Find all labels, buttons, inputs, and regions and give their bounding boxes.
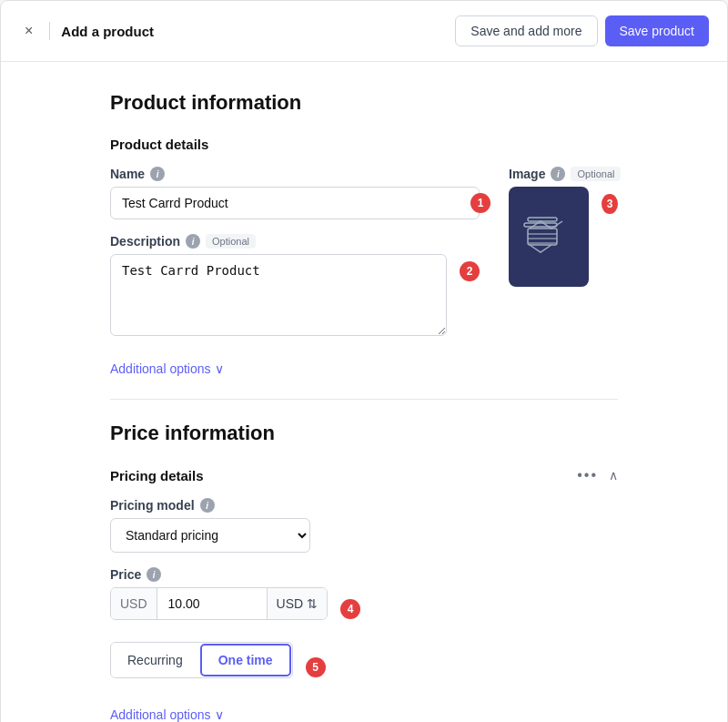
modal-body: Product information Product details Name… — [1, 62, 727, 722]
description-label-text: Description — [110, 234, 180, 249]
name-label-text: Name — [110, 167, 145, 181]
description-field-label: Description i Optional — [110, 234, 480, 249]
section-divider — [110, 399, 618, 400]
price-currency-prefix: USD — [111, 588, 157, 619]
header-buttons: Save and add more Save product — [455, 15, 709, 46]
product-additional-options-text: Additional options — [110, 361, 211, 376]
price-info-icon[interactable]: i — [147, 567, 161, 582]
product-form-right: Image i Optional — [509, 167, 618, 336]
close-button[interactable]: × — [19, 21, 38, 41]
name-field-label: Name i — [110, 167, 480, 181]
price-currency-suffix-text: USD — [277, 596, 304, 611]
pricing-details-title: Pricing details — [110, 468, 204, 483]
billing-toggle-group: Recurring One time — [110, 642, 293, 678]
svg-rect-0 — [528, 218, 557, 221]
price-input-group: USD USD ⇅ — [110, 587, 328, 620]
price-section-title: Price information — [110, 422, 618, 445]
add-product-modal: × Add a product Save and add more Save p… — [0, 0, 728, 722]
price-additional-options-chevron: ∨ — [215, 707, 224, 722]
svg-rect-2 — [528, 229, 557, 245]
product-form-left: Name i 1 Description i Optional 2 — [110, 167, 480, 336]
product-image-svg — [517, 205, 581, 269]
chevron-up-icon[interactable]: ∧ — [609, 468, 618, 483]
name-input-wrapper: 1 — [110, 187, 480, 219]
step4-badge: 4 — [340, 599, 360, 619]
pricing-model-label: Pricing model i — [110, 498, 618, 513]
pricing-details-header: Pricing details ••• ∧ — [110, 467, 618, 483]
currency-chevron-icon: ⇅ — [307, 596, 318, 611]
header-divider — [49, 22, 50, 40]
description-input[interactable] — [110, 254, 447, 336]
step2-badge: 2 — [460, 261, 480, 281]
description-optional-badge: Optional — [206, 234, 256, 249]
price-currency-suffix[interactable]: USD ⇅ — [267, 588, 328, 619]
name-input[interactable] — [110, 187, 480, 219]
save-product-button[interactable]: Save product — [605, 15, 710, 46]
modal-title: Add a product — [61, 24, 154, 39]
image-label-text: Image — [509, 167, 545, 181]
step3-badge: 3 — [602, 194, 618, 214]
image-info-icon[interactable]: i — [551, 167, 565, 181]
pricing-model-label-text: Pricing model — [110, 498, 195, 513]
modal-header: × Add a product Save and add more Save p… — [1, 1, 727, 62]
product-additional-options-chevron: ∨ — [215, 361, 224, 376]
step5-badge: 5 — [306, 657, 326, 677]
price-label-text: Price — [110, 567, 141, 582]
price-additional-options-text: Additional options — [110, 707, 211, 722]
product-details-title: Product details — [110, 137, 618, 152]
recurring-option[interactable]: Recurring — [111, 643, 199, 677]
product-section-title: Product information — [110, 91, 618, 115]
image-optional-badge: Optional — [571, 167, 621, 181]
one-time-option[interactable]: One time — [200, 644, 291, 676]
pricing-model-select[interactable]: Standard pricing Package pricing Volume … — [110, 518, 310, 553]
price-input[interactable] — [157, 588, 267, 619]
image-field-label: Image i Optional — [509, 167, 618, 181]
name-info-icon[interactable]: i — [150, 167, 165, 181]
save-and-add-button[interactable]: Save and add more — [455, 15, 597, 46]
step1-badge: 1 — [470, 193, 490, 213]
header-left: × Add a product — [19, 21, 154, 41]
description-info-icon[interactable]: i — [186, 234, 200, 249]
three-dots-icon[interactable]: ••• — [577, 467, 598, 483]
price-field-label: Price i — [110, 567, 618, 582]
product-image[interactable] — [509, 187, 589, 287]
pricing-actions: ••• ∧ — [577, 467, 618, 483]
pricing-model-info-icon[interactable]: i — [200, 498, 215, 513]
price-additional-options[interactable]: Additional options ∨ — [110, 707, 224, 722]
product-additional-options[interactable]: Additional options ∨ — [110, 361, 224, 376]
product-form-row: Name i 1 Description i Optional 2 — [110, 167, 618, 336]
svg-rect-1 — [524, 223, 557, 227]
